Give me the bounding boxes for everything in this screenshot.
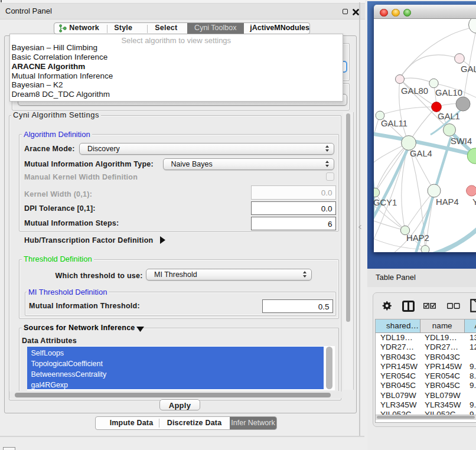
svg-text:GAL4: GAL4 (410, 149, 432, 158)
svg-text:GAL7: GAL7 (461, 64, 476, 74)
svg-text:HAP2: HAP2 (406, 233, 429, 243)
svg-text:GAL10: GAL10 (435, 88, 462, 97)
svg-text:GAL1: GAL1 (438, 112, 460, 121)
svg-text:GAL80: GAL80 (401, 86, 428, 96)
svg-text:HAP4: HAP4 (436, 197, 459, 207)
svg-text:YE: YE (472, 197, 476, 207)
svg-text:GAL11: GAL11 (381, 119, 407, 128)
svg-text:GCY1: GCY1 (374, 198, 397, 207)
svg-text:SWI4: SWI4 (451, 136, 472, 146)
